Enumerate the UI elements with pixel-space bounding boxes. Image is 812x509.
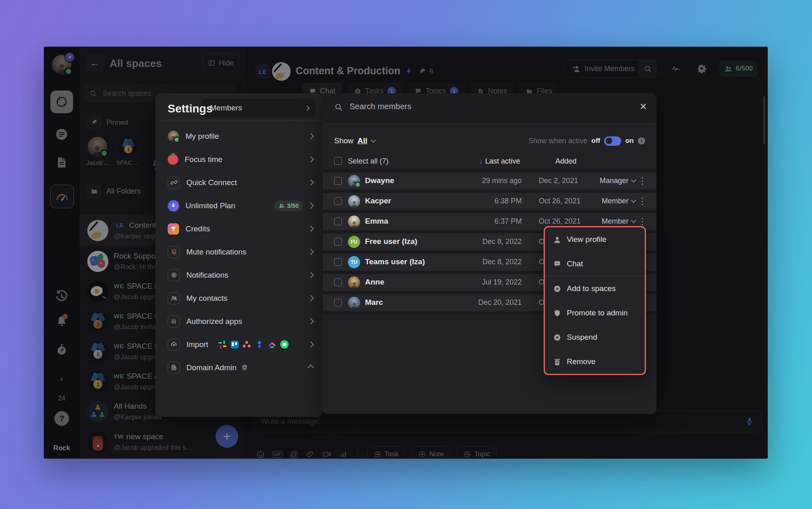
- dashboard-gauge-icon[interactable]: [50, 185, 74, 208]
- role-dropdown[interactable]: Member: [602, 217, 635, 226]
- member-row-kacper[interactable]: Kacper 6:38 PM Oct 26, 2021 Member ⋮: [323, 193, 657, 210]
- row-menu-icon[interactable]: ⋮: [638, 176, 647, 186]
- pinned-count[interactable]: 6: [430, 67, 434, 76]
- settings-item-focus-time[interactable]: Focus time: [155, 148, 323, 171]
- create-space-fab[interactable]: +: [216, 425, 238, 448]
- building-icon: [168, 362, 180, 374]
- menu-item-remove[interactable]: Remove: [545, 349, 645, 374]
- help-button[interactable]: ?: [54, 411, 69, 426]
- role-dropdown[interactable]: Manager: [600, 177, 635, 185]
- menu-item-view-profile[interactable]: View profile: [545, 227, 645, 252]
- settings-item-unlimited-plan[interactable]: Unlimited Plan 3/50: [155, 194, 323, 217]
- rock-app-icon[interactable]: [50, 91, 73, 113]
- row-checkbox[interactable]: [334, 177, 342, 185]
- hide-sidebar-button[interactable]: Hide: [202, 54, 240, 72]
- settings-item-mute-notifications[interactable]: Mute notifications: [155, 240, 323, 263]
- menu-item-promote-to-admin[interactable]: Promote to admin: [545, 301, 645, 325]
- close-icon[interactable]: ×: [640, 100, 647, 113]
- members-search-bar: Search members ×: [323, 93, 657, 122]
- trash-icon: [553, 358, 561, 366]
- row-checkbox[interactable]: [334, 218, 342, 225]
- pinned-messages-icon[interactable]: [418, 67, 426, 75]
- threads-icon[interactable]: [54, 127, 69, 142]
- settings-item-my-profile[interactable]: My profile: [155, 125, 323, 148]
- select-all-checkbox[interactable]: [334, 157, 342, 165]
- avatar: [348, 297, 360, 309]
- history-icon[interactable]: [54, 289, 69, 304]
- pinned-label-2: SPACE...: [116, 159, 140, 166]
- column-last-active[interactable]: ↓ Last active: [479, 157, 520, 166]
- avatar-initials: FU: [348, 236, 360, 248]
- pinned-space-medal-gold[interactable]: 1: [119, 137, 138, 156]
- add-note-button[interactable]: Note: [412, 446, 450, 459]
- settings-item-notifications[interactable]: Notifications: [155, 263, 323, 287]
- settings-item-credits[interactable]: Credits: [155, 217, 323, 240]
- gif-button[interactable]: GIF: [272, 451, 283, 458]
- emoji-icon[interactable]: [256, 450, 265, 459]
- poll-icon[interactable]: [339, 450, 348, 459]
- show-label: Show: [334, 136, 354, 145]
- all-folders-item[interactable]: All Folders: [106, 187, 141, 196]
- menu-item-chat[interactable]: Chat: [545, 252, 645, 276]
- settings-gear-icon[interactable]: [697, 63, 707, 73]
- invite-members-button[interactable]: Invite Members: [564, 60, 642, 78]
- mention-icon[interactable]: @: [290, 449, 298, 459]
- settings-item-quick-connect[interactable]: Quick Connect: [155, 171, 323, 194]
- clickup-icon: [268, 340, 276, 349]
- plus-icon: [463, 451, 471, 458]
- member-context-menu: View profile Chat Add to spaces Promote …: [544, 226, 646, 375]
- back-arrow-button[interactable]: ←: [85, 54, 104, 72]
- settings-item-my-contacts[interactable]: My contacts: [155, 287, 323, 310]
- activity-pulse-icon[interactable]: [671, 64, 680, 73]
- add-topic-button[interactable]: Topic: [457, 446, 497, 459]
- menu-item-add-to-spaces[interactable]: Add to spaces: [545, 276, 645, 301]
- timer-icon[interactable]: [55, 343, 69, 357]
- show-filter-dropdown[interactable]: All: [358, 136, 367, 145]
- attachment-icon[interactable]: [306, 450, 315, 459]
- members-table-header: Select all (7) ↓ Last active Added: [323, 154, 657, 168]
- brand-label: Rock: [44, 444, 80, 452]
- shield-check-icon: [241, 364, 248, 371]
- user-avatar[interactable]: [52, 55, 71, 74]
- add-task-button[interactable]: Task: [367, 446, 405, 459]
- settings-panel: Settings My profile Focus time Quick Con…: [155, 93, 323, 417]
- tomato-icon: [168, 154, 178, 165]
- menu-item-suspend[interactable]: Suspend: [545, 325, 645, 349]
- member-capacity-badge[interactable]: 6/500: [719, 60, 758, 77]
- chat-icon: [553, 260, 561, 268]
- settings-item-import[interactable]: Import: [155, 333, 323, 356]
- member-row-dwayne[interactable]: Dwayne 29 mins ago Dec 2, 2021 Manager ⋮: [323, 173, 657, 190]
- row-checkbox[interactable]: [334, 197, 342, 205]
- bell-off-icon: [168, 246, 180, 258]
- notes-rail-icon[interactable]: [55, 155, 69, 169]
- avatar: [348, 175, 360, 187]
- settings-item-authorized-apps[interactable]: Authorized apps: [155, 310, 323, 333]
- select-all-label[interactable]: Select all (7): [348, 157, 389, 166]
- show-active-toggle[interactable]: [604, 136, 621, 146]
- space-avatar[interactable]: [272, 62, 291, 81]
- settings-subitem-members[interactable]: Members: [202, 99, 315, 117]
- pebble-logo-icon: [56, 96, 68, 108]
- row-checkbox[interactable]: [334, 238, 342, 246]
- chat-scrollbar[interactable]: [763, 96, 765, 144]
- role-dropdown[interactable]: Member: [602, 197, 635, 205]
- plan-usage-badge: 3/50: [274, 201, 303, 211]
- row-menu-icon[interactable]: ⋮: [638, 216, 647, 227]
- sort-arrow-icon: ↓: [479, 157, 483, 166]
- column-added[interactable]: Added: [555, 157, 577, 166]
- info-icon[interactable]: i: [638, 137, 645, 145]
- people-icon: [168, 292, 180, 304]
- mic-icon[interactable]: [745, 416, 754, 426]
- search-members-input[interactable]: Search members: [350, 102, 411, 111]
- notification-dot: [63, 314, 68, 319]
- row-checkbox[interactable]: [334, 299, 342, 306]
- row-menu-icon[interactable]: ⋮: [638, 196, 647, 207]
- video-icon[interactable]: [322, 449, 332, 459]
- row-checkbox[interactable]: [334, 278, 342, 286]
- settings-item-domain-admin[interactable]: Domain Admin: [155, 356, 323, 379]
- pinned-space-jacob[interactable]: [88, 137, 107, 156]
- person-icon: [553, 235, 561, 244]
- row-checkbox[interactable]: [334, 258, 342, 266]
- search-button[interactable]: [638, 59, 657, 78]
- boost-bolt-icon[interactable]: [405, 67, 413, 75]
